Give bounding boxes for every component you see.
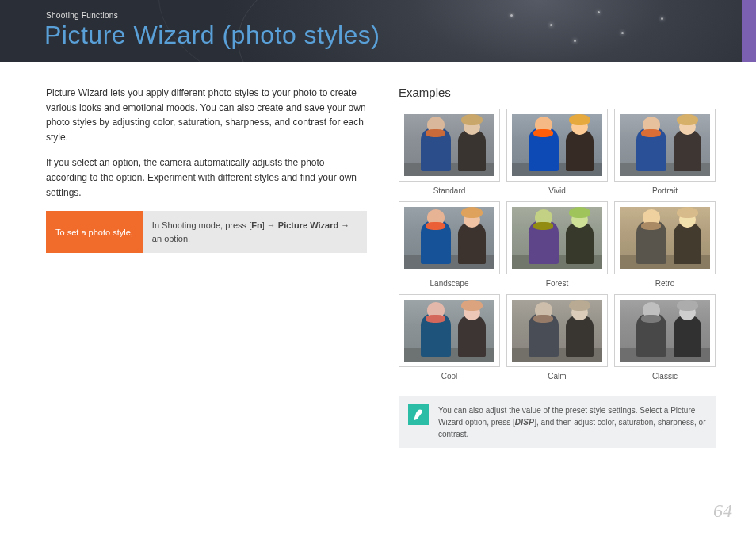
thumb-label: Portrait: [614, 186, 716, 195]
thumb-image: [404, 207, 494, 269]
thumb-image: [620, 207, 710, 269]
page-title: Picture Wizard (photo styles): [44, 21, 380, 50]
thumb-label: Landscape: [399, 279, 500, 288]
tip-note: You can also adjust the value of the pre…: [399, 396, 716, 448]
thumb-frame: [506, 201, 608, 274]
page-number: 64: [713, 500, 732, 522]
example-thumb: Landscape: [399, 201, 500, 288]
thumb-frame: [614, 294, 716, 367]
example-thumb: Standard: [399, 109, 500, 195]
instruction-callout: To set a photo style, In Shooting mode, …: [46, 211, 367, 253]
thumb-frame: [506, 109, 608, 182]
disp-button-label: DISP: [515, 418, 535, 427]
instruction-prefix: In Shooting mode, press [: [152, 220, 251, 230]
fn-button-label: Fn: [251, 220, 262, 230]
thumb-label: Vivid: [506, 186, 608, 195]
intro-paragraph-1: Picture Wizard lets you apply different …: [46, 86, 367, 144]
example-thumb: Forest: [506, 201, 608, 288]
content-area: Picture Wizard lets you apply different …: [46, 86, 724, 504]
pen-icon: [408, 404, 429, 425]
right-column: Examples StandardVividPortraitLandscapeF…: [399, 86, 724, 504]
thumb-label: Calm: [506, 372, 608, 381]
thumb-frame: [399, 294, 500, 367]
chapter-side-tab: [742, 0, 756, 62]
example-thumb: Cool: [399, 294, 500, 381]
example-thumb: Retro: [614, 201, 716, 288]
header-sparkles: [479, 0, 716, 62]
breadcrumb: Shooting Functions: [46, 11, 118, 20]
example-thumb: Vivid: [506, 109, 608, 195]
thumb-label: Retro: [614, 279, 716, 288]
instruction-bold: Picture Wizard: [278, 220, 338, 230]
thumb-label: Cool: [399, 372, 500, 381]
intro-paragraph-2: If you select an option, the camera auto…: [46, 155, 367, 200]
instruction-body: In Shooting mode, press [Fn] → Picture W…: [143, 211, 367, 253]
thumb-frame: [399, 201, 500, 274]
thumb-image: [404, 114, 494, 176]
thumb-image: [512, 114, 602, 176]
thumb-frame: [399, 109, 500, 182]
example-thumb: Portrait: [614, 109, 716, 195]
thumb-label: Forest: [506, 279, 608, 288]
thumb-image: [620, 114, 710, 176]
instruction-mid: ] →: [262, 220, 278, 230]
tip-text: You can also adjust the value of the pre…: [438, 404, 706, 440]
example-thumb: Calm: [506, 294, 608, 381]
thumb-frame: [506, 294, 608, 367]
thumb-frame: [614, 201, 716, 274]
examples-grid: StandardVividPortraitLandscapeForestRetr…: [399, 109, 724, 381]
examples-heading: Examples: [399, 86, 724, 99]
left-column: Picture Wizard lets you apply different …: [46, 86, 367, 504]
thumb-image: [512, 207, 602, 269]
thumb-label: Standard: [399, 186, 500, 195]
instruction-label: To set a photo style,: [46, 211, 143, 253]
thumb-label: Classic: [614, 372, 716, 381]
thumb-image: [620, 300, 710, 362]
example-thumb: Classic: [614, 294, 716, 381]
thumb-frame: [614, 109, 716, 182]
thumb-image: [404, 300, 494, 362]
thumb-image: [512, 300, 602, 362]
